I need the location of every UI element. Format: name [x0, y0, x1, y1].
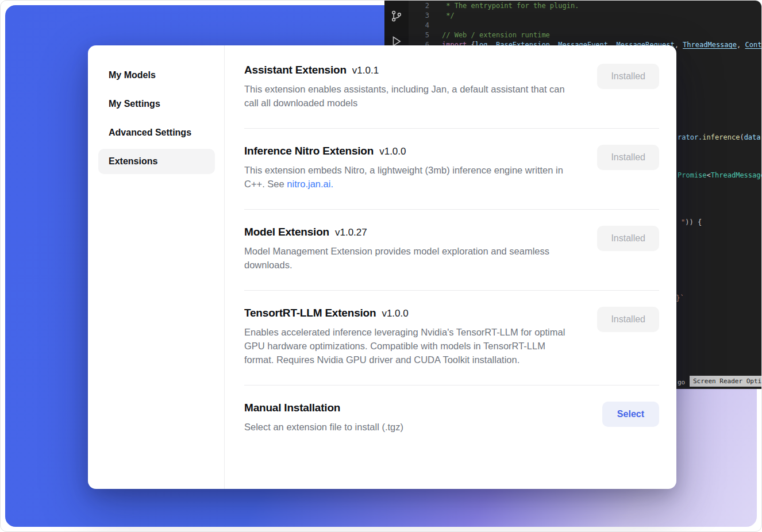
code-fragment: ")) { — [681, 218, 702, 228]
screen-reader-optimized-badge[interactable]: Screen Reader Optimize — [690, 376, 761, 387]
line-number: 4 — [425, 21, 429, 30]
extension-version: v1.0.0 — [379, 146, 406, 157]
extension-description: This extension enables assistants, inclu… — [244, 82, 576, 110]
code-line: * The entrypoint for the plugin. — [442, 1, 761, 11]
line-number: 2 — [425, 1, 429, 11]
sidebar-item-my-settings[interactable]: My Settings — [98, 91, 215, 117]
installed-button[interactable]: Installed — [597, 145, 659, 170]
extension-info: Assistant Extension v1.0.1 This extensio… — [244, 64, 576, 110]
extension-info: Model Extension v1.0.27 Model Management… — [244, 226, 576, 272]
select-file-button[interactable]: Select — [602, 402, 659, 427]
extension-title: Assistant Extension — [244, 64, 347, 76]
code-line: */ — [442, 11, 761, 21]
sidebar-item-extensions[interactable]: Extensions — [98, 149, 215, 174]
line-number: 3 — [425, 11, 429, 21]
extension-description: This extension embeds Nitro, a lightweig… — [244, 163, 576, 191]
installed-button[interactable]: Installed — [597, 307, 659, 332]
statusbar-text-fragment: go — [678, 377, 685, 387]
extension-row-tensorrt-llm: TensortRT-LLM Extension v1.0.0 Enables a… — [244, 291, 659, 385]
extension-version: v1.0.0 — [382, 308, 408, 319]
code-fragment: Promise<ThreadMessage> — [678, 171, 761, 180]
extension-row-inference-nitro: Inference Nitro Extension v1.0.0 This ex… — [244, 129, 659, 210]
nitro-jan-ai-link[interactable]: nitro.jan.ai. — [287, 179, 333, 189]
extension-info: Inference Nitro Extension v1.0.0 This ex… — [244, 145, 576, 191]
settings-sidebar: My Models My Settings Advanced Settings … — [88, 45, 225, 489]
extension-description: Model Management Extension provides mode… — [244, 244, 576, 272]
extension-version: v1.0.1 — [352, 65, 379, 76]
code-line: // Web / extension runtime — [442, 30, 761, 40]
extension-version: v1.0.27 — [335, 227, 367, 238]
manual-installation-title: Manual Installation — [244, 402, 340, 414]
extension-row-assistant: Assistant Extension v1.0.1 This extensio… — [244, 47, 659, 129]
extension-title: TensortRT-LLM Extension — [244, 307, 376, 319]
extension-info: TensortRT-LLM Extension v1.0.0 Enables a… — [244, 307, 576, 367]
extension-description: Enables accelerated inference leveraging… — [244, 325, 576, 367]
sidebar-item-advanced-settings[interactable]: Advanced Settings — [98, 120, 215, 145]
extension-title: Inference Nitro Extension — [244, 145, 374, 157]
installed-button[interactable]: Installed — [597, 226, 659, 251]
manual-installation-description: Select an extension file to install (.tg… — [244, 420, 403, 434]
installed-button[interactable]: Installed — [597, 64, 659, 89]
extension-row-model: Model Extension v1.0.27 Model Management… — [244, 210, 659, 291]
screenshot-root: 2 3 4 5 6 * The entrypoint for the plugi… — [0, 0, 762, 532]
extension-title: Model Extension — [244, 226, 329, 238]
line-number: 5 — [425, 30, 429, 40]
sidebar-item-my-models[interactable]: My Models — [98, 63, 215, 88]
code-fragment: rator.inference(data)); — [678, 133, 761, 142]
settings-modal: My Models My Settings Advanced Settings … — [88, 45, 676, 489]
manual-installation-row: Manual Installation Select an extension … — [244, 385, 659, 452]
git-branch-icon[interactable] — [390, 10, 403, 22]
extensions-list: Assistant Extension v1.0.1 This extensio… — [225, 45, 676, 489]
manual-installation-info: Manual Installation Select an extension … — [244, 402, 403, 434]
